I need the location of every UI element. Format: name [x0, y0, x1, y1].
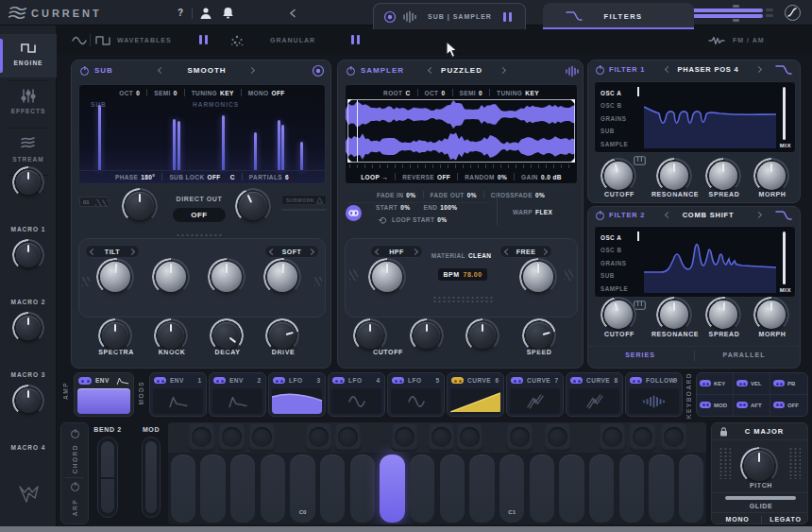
end-label[interactable]: END: [423, 204, 437, 211]
smp-oct-label[interactable]: OCT: [425, 90, 439, 96]
smp-tuning-label[interactable]: TUNING: [497, 90, 522, 96]
mod-slot-curve-6[interactable]: CURVE6: [447, 372, 504, 417]
macro1-knob[interactable]: [16, 170, 41, 195]
sampler-level-knob[interactable]: [526, 322, 552, 349]
sublock-value[interactable]: OFF: [208, 174, 221, 180]
mod-slot-source[interactable]: [213, 377, 226, 384]
mod-slot-source[interactable]: [332, 377, 345, 384]
sampler-preset-name[interactable]: PUZZLED: [429, 66, 495, 75]
selection-handle-tr[interactable]: [570, 99, 575, 104]
piano-black-key[interactable]: [544, 423, 571, 452]
mod-slot-lfo-3[interactable]: LFO3: [268, 372, 326, 417]
harmonic-bar-0[interactable]: [98, 105, 101, 171]
piano-white-key[interactable]: [410, 455, 435, 523]
piano-white-key[interactable]: [350, 455, 376, 523]
smp-semi-value[interactable]: 0: [479, 90, 482, 96]
mod-slot-body[interactable]: [272, 388, 322, 414]
volume-handle-top[interactable]: [733, 5, 739, 8]
amp-env-module[interactable]: ENV: [74, 372, 134, 417]
arp-label[interactable]: ARP: [72, 499, 78, 516]
soft-clip-button[interactable]: [785, 5, 801, 21]
sub-spectra-knob[interactable]: [100, 262, 130, 292]
legato-button[interactable]: LEGATO: [765, 516, 806, 523]
mod-slot-curve-8[interactable]: CURVE8: [566, 372, 623, 417]
mod-slot-body[interactable]: [331, 388, 381, 414]
piano-white-key[interactable]: [440, 455, 465, 523]
smp-semi-label[interactable]: SEMI: [460, 90, 477, 96]
mod-wheel-handle[interactable]: [145, 441, 157, 513]
filter2-source-grains[interactable]: GRAINS: [601, 257, 628, 269]
kb-cell-key[interactable]: KEY: [697, 373, 734, 395]
tilt-next-chevron[interactable]: [128, 248, 135, 254]
glide-slider[interactable]: [725, 496, 796, 500]
filter1-source-sub[interactable]: SUB: [601, 125, 628, 137]
piano-white-key[interactable]: [261, 455, 286, 523]
sample-selection-region[interactable]: [347, 99, 575, 163]
mod-slot-body[interactable]: [391, 388, 441, 414]
help-button[interactable]: ?: [178, 8, 183, 18]
sublock-label[interactable]: SUB LOCK: [169, 174, 204, 180]
sub-mod-knob[interactable]: [239, 192, 267, 220]
selection-handle-br[interactable]: [570, 158, 575, 163]
filter2-cutoff-knob[interactable]: [604, 300, 633, 329]
sampler-header-wave-icon[interactable]: [565, 65, 580, 77]
end-value[interactable]: 100%: [440, 204, 457, 211]
filter1-keytrack-piano-icon[interactable]: [634, 156, 646, 165]
sampler-cutoff-knob[interactable]: [372, 262, 402, 292]
piano-black-key[interactable]: [599, 423, 626, 452]
sub-display[interactable]: OCT0 SEMI0 TUNINGKEY MONOOFF SUB HARMONI…: [78, 84, 326, 184]
sub-drag-badge[interactable]: 01: [79, 197, 110, 207]
piano-white-key[interactable]: [559, 455, 584, 523]
filter2-display[interactable]: OSC A OSC B GRAINS SUB SAMPLE MIX: [594, 226, 796, 298]
mod-slot-source[interactable]: [511, 377, 523, 384]
sub-preset-name[interactable]: SMOOTH: [174, 66, 240, 75]
smp-tuning-value[interactable]: KEY: [525, 90, 539, 96]
routing-parallel-button[interactable]: PARALLEL: [711, 352, 777, 358]
sub-harmonics-bars[interactable]: [79, 85, 325, 171]
mod-slot-env-2[interactable]: ENV2: [209, 372, 266, 417]
mod-slot-source[interactable]: [154, 377, 166, 384]
kb-cell-off[interactable]: OFF: [770, 395, 807, 417]
tab-wavetables[interactable]: WAVETABLES: [117, 37, 172, 43]
direct-out-toggle[interactable]: OFF: [173, 208, 226, 222]
mod-slot-follow-9[interactable]: FOLLOW9: [625, 372, 683, 417]
gain-label[interactable]: GAIN: [521, 174, 538, 180]
sub-tilt-selector[interactable]: TILT: [85, 245, 140, 258]
harmonic-bar-5[interactable]: [278, 120, 280, 171]
tilt-prev-chevron[interactable]: [90, 248, 96, 254]
piano-white-key[interactable]: [230, 455, 256, 523]
reverse-value[interactable]: OFF: [437, 174, 450, 180]
mod-slot-body[interactable]: [569, 388, 619, 414]
kb-aft-mod-source[interactable]: [736, 402, 748, 408]
filter1-cutoff-knob[interactable]: [604, 162, 633, 190]
sample-link-button[interactable]: [346, 205, 362, 221]
mod-slot-source[interactable]: [451, 377, 464, 384]
chord-label[interactable]: CHORD: [72, 444, 78, 473]
sampler-display[interactable]: ROOTC OCT0 SEMI0 TUNINGKEY LOOP → REV: [345, 84, 578, 184]
piano-white-key[interactable]: [679, 455, 704, 523]
harmonic-bar-3[interactable]: [222, 115, 225, 171]
filter2-preset-name[interactable]: COMB SHIFT: [666, 211, 751, 219]
sub-knock-knob[interactable]: [156, 262, 186, 292]
stereo-link-icon-2[interactable]: [766, 14, 773, 17]
piano-black-key[interactable]: [218, 423, 245, 452]
filter1-source-osc-b[interactable]: OSC B: [601, 99, 628, 112]
mod-slot-source[interactable]: [630, 377, 642, 384]
loop-start-value[interactable]: 0%: [437, 216, 447, 223]
filter1-display[interactable]: OSC A OSC B GRAINS SUB SAMPLE MIX: [594, 81, 796, 153]
piano-white-key[interactable]: [589, 455, 615, 523]
bpm-field[interactable]: BPM 78.00: [438, 268, 487, 281]
harmonic-bar-1[interactable]: [173, 119, 176, 171]
warp-value[interactable]: FLEX: [535, 209, 552, 215]
filter2-preset-next[interactable]: [755, 212, 762, 218]
sub-decay-knob[interactable]: [211, 262, 242, 292]
filter2-resonance-knob[interactable]: [660, 300, 688, 329]
filter2-spread-knob[interactable]: [709, 300, 737, 329]
kb-key-mod-source[interactable]: [700, 380, 711, 386]
kb-mod-mod-source[interactable]: [700, 402, 711, 408]
tab-granular[interactable]: GRANULAR: [270, 37, 315, 43]
mod-slot-source[interactable]: [570, 377, 583, 384]
sub-sampler-pause-button[interactable]: [503, 12, 512, 22]
crossfade-value[interactable]: 0%: [535, 192, 545, 198]
root-label[interactable]: ROOT: [383, 90, 402, 96]
